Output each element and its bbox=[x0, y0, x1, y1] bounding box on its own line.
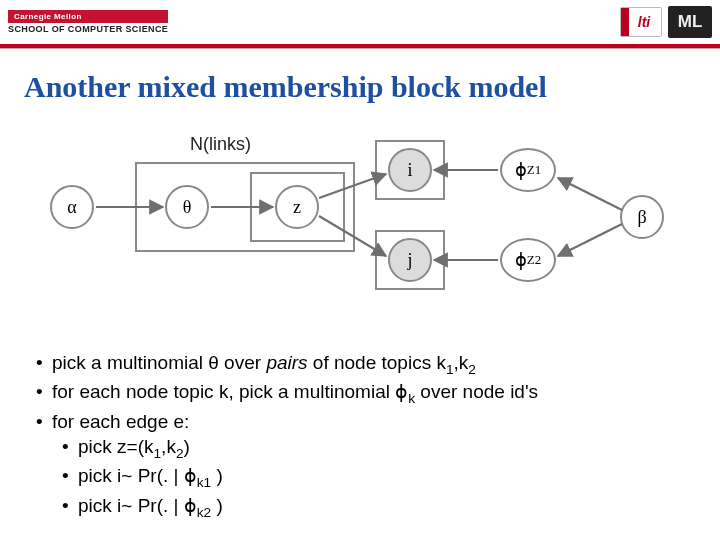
bullet-1: pick a multinomial θ over pairs of node … bbox=[30, 350, 700, 379]
lti-logo: lti bbox=[620, 7, 662, 37]
b5-sub: k1 bbox=[197, 475, 211, 490]
b5-pre: pick i~ Pr(. | ϕ bbox=[78, 465, 197, 486]
ml-logo: ML bbox=[668, 6, 712, 38]
b4-k2: 2 bbox=[176, 446, 184, 461]
b2-post: over node id's bbox=[415, 381, 538, 402]
arrow-layer bbox=[30, 140, 690, 320]
b1-ital: pairs bbox=[266, 352, 307, 373]
b6-sub: k2 bbox=[197, 505, 211, 520]
b1-k2: 2 bbox=[468, 362, 476, 377]
b6-post: ) bbox=[211, 495, 223, 516]
bullet-4: pick z=(k1,k2) bbox=[30, 434, 700, 463]
edge-z-i bbox=[319, 174, 386, 198]
cmu-wordmark: Carnegie Mellon bbox=[8, 10, 168, 23]
edge-beta-phi1 bbox=[558, 178, 622, 210]
header-divider bbox=[0, 44, 720, 48]
bullet-2: for each node topic k, pick a multinomia… bbox=[30, 379, 700, 408]
ml-text: ML bbox=[678, 12, 703, 32]
scs-wordmark: SCHOOL OF COMPUTER SCIENCE bbox=[8, 23, 168, 34]
edge-beta-phi2 bbox=[558, 224, 622, 256]
edge-z-j bbox=[319, 216, 386, 256]
bullet-3: for each edge e: bbox=[30, 409, 700, 435]
b1-pre: pick a multinomial θ over bbox=[52, 352, 266, 373]
b2-pre: for each node topic k, pick a multinomia… bbox=[52, 381, 408, 402]
lti-stripe bbox=[621, 8, 629, 36]
b1-post: of node topics k bbox=[308, 352, 446, 373]
bullet-list: pick a multinomial θ over pairs of node … bbox=[30, 350, 700, 522]
bullet-5: pick i~ Pr(. | ϕk1 ) bbox=[30, 463, 700, 492]
slide-title: Another mixed membership block model bbox=[24, 70, 696, 104]
b4-pre: pick z=(k bbox=[78, 436, 154, 457]
bullet-6: pick i~ Pr(. | ϕk2 ) bbox=[30, 493, 700, 522]
b1-mid: ,k bbox=[454, 352, 469, 373]
b1-k1: 1 bbox=[446, 362, 454, 377]
b6-pre: pick i~ Pr(. | ϕ bbox=[78, 495, 197, 516]
graphical-model-diagram: N(links) α θ z i j ϕZ1 ϕZ2 β bbox=[30, 140, 690, 320]
cmu-logo: Carnegie Mellon SCHOOL OF COMPUTER SCIEN… bbox=[8, 10, 168, 34]
b5-post: ) bbox=[211, 465, 223, 486]
b3-text: for each edge e: bbox=[52, 411, 189, 432]
b4-k1: 1 bbox=[154, 446, 162, 461]
lti-text: lti bbox=[632, 14, 650, 30]
slide-header: Carnegie Mellon SCHOOL OF COMPUTER SCIEN… bbox=[0, 0, 720, 44]
b4-post: ) bbox=[184, 436, 190, 457]
b4-mid: ,k bbox=[161, 436, 176, 457]
